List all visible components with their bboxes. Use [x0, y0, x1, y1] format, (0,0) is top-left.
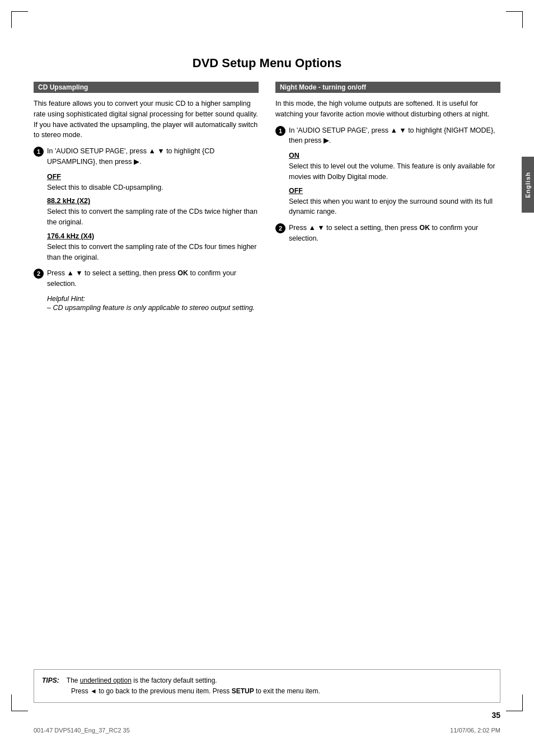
option-off-text: Select this to disable CD-upsampling. — [47, 182, 259, 193]
cd-upsampling-intro: This feature allows you to convert your … — [34, 98, 259, 140]
night-step2-number: 2 — [275, 223, 285, 233]
page-container: English DVD Setup Menu Options CD Upsamp… — [0, 0, 534, 756]
step2-number: 2 — [34, 269, 44, 279]
night-mode-step2: 2 Press ▲ ▼ to select a setting, then pr… — [275, 223, 500, 244]
corner-mark-bl — [11, 694, 28, 711]
step2-text: Press ▲ ▼ to select a setting, then pres… — [47, 268, 259, 289]
corner-mark-tr — [506, 11, 523, 28]
step1-text: In 'AUDIO SETUP PAGE', press ▲ ▼ to high… — [47, 146, 259, 167]
tips-label: TIPS: — [42, 677, 59, 684]
cd-upsampling-section: CD Upsampling This feature allows you to… — [34, 82, 259, 313]
option-882-text: Select this to convert the sampling rate… — [47, 206, 259, 228]
footer-right: 11/07/06, 2:02 PM — [450, 727, 500, 734]
night-mode-header: Night Mode - turning on/off — [275, 82, 500, 93]
cd-upsampling-step2: 2 Press ▲ ▼ to select a setting, then pr… — [34, 268, 259, 289]
night-mode-step1: 1 In 'AUDIO SETUP PAGE', press ▲ ▼ to hi… — [275, 125, 500, 147]
page-title: DVD Setup Menu Options — [34, 56, 500, 71]
tips-line1: The underlined option is the factory def… — [61, 677, 217, 684]
option-night-off-text: Select this when you want to enjoy the s… — [289, 196, 500, 218]
helpful-hint: Helpful Hint: – CD upsampling feature is… — [47, 295, 259, 313]
option-882-heading: 88.2 kHz (X2) — [47, 197, 259, 205]
footer-left: 001-47 DVP5140_Eng_37_RC2 35 — [34, 727, 130, 734]
night-step1-number: 1 — [275, 126, 285, 136]
corner-mark-tl — [11, 11, 28, 28]
footer: 001-47 DVP5140_Eng_37_RC2 35 11/07/06, 2… — [34, 727, 500, 734]
tips-box: TIPS: The underlined option is the facto… — [34, 669, 500, 703]
page-number: 35 — [491, 711, 500, 720]
tips-line2: Press ◄ to go back to the previous menu … — [71, 686, 492, 697]
step1-number: 1 — [34, 147, 44, 157]
option-night-off-heading: OFF — [289, 187, 500, 195]
option-on-heading: ON — [289, 152, 500, 159]
tips-setup: SETUP — [232, 687, 254, 695]
cd-upsampling-header: CD Upsampling — [34, 82, 259, 93]
hint-text: – CD upsampling feature is only applicab… — [47, 303, 259, 313]
option-1764-text: Select this to convert the sampling rate… — [47, 242, 259, 263]
night-mode-section: Night Mode - turning on/off In this mode… — [275, 82, 500, 313]
hint-title: Helpful Hint: — [47, 295, 259, 303]
main-content: CD Upsampling This feature allows you to… — [34, 82, 500, 313]
night-step2-text: Press ▲ ▼ to select a setting, then pres… — [289, 223, 500, 244]
night-mode-intro: In this mode, the high volume outputs ar… — [275, 98, 500, 120]
night-step1-text: In 'AUDIO SETUP PAGE', press ▲ ▼ to high… — [289, 125, 500, 147]
option-off-heading: OFF — [47, 173, 259, 181]
language-tab: English — [522, 157, 534, 213]
tips-underlined: underlined option — [80, 677, 132, 684]
option-1764-heading: 176.4 kHz (X4) — [47, 232, 259, 240]
corner-mark-br — [506, 694, 523, 711]
language-tab-label: English — [524, 172, 531, 198]
option-on-text: Select this to level out the volume. Thi… — [289, 161, 500, 182]
cd-upsampling-step1: 1 In 'AUDIO SETUP PAGE', press ▲ ▼ to hi… — [34, 146, 259, 167]
